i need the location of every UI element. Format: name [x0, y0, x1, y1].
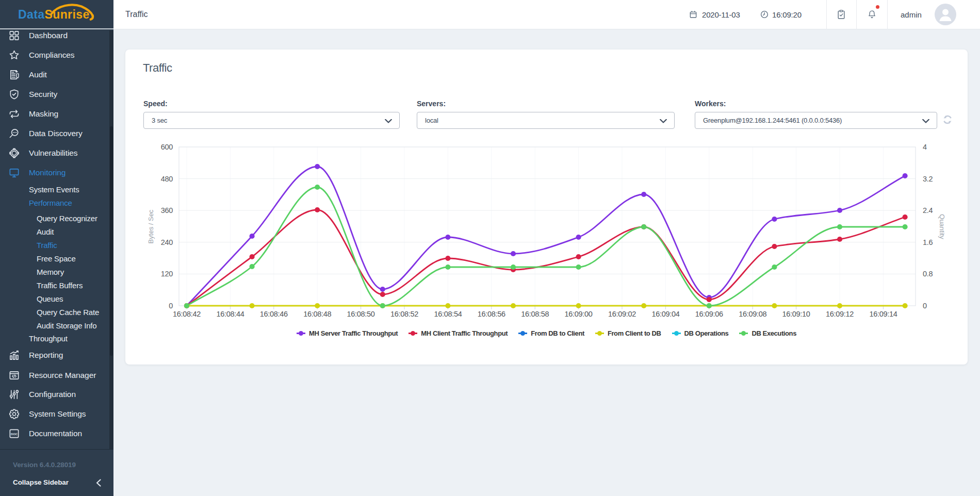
- svg-text:240: 240: [161, 238, 173, 246]
- svg-text:480: 480: [161, 175, 173, 183]
- svg-text:0.8: 0.8: [923, 270, 933, 278]
- svg-text:16:08:50: 16:08:50: [347, 310, 375, 318]
- svg-text:16:08:56: 16:08:56: [478, 310, 505, 318]
- svg-text:600: 600: [161, 143, 173, 151]
- svg-text:Quantity: Quantity: [938, 214, 946, 239]
- svg-text:16:09:12: 16:09:12: [826, 310, 854, 318]
- svg-text:16:09:00: 16:09:00: [565, 310, 593, 318]
- svg-text:16:08:52: 16:08:52: [390, 310, 418, 318]
- svg-text:16:08:48: 16:08:48: [303, 310, 331, 318]
- svg-text:16:09:14: 16:09:14: [869, 310, 897, 318]
- svg-text:4: 4: [923, 143, 927, 151]
- svg-text:0: 0: [169, 302, 173, 310]
- svg-text:0: 0: [923, 302, 927, 310]
- svg-text:16:08:58: 16:08:58: [521, 310, 549, 318]
- svg-text:16:09:08: 16:09:08: [739, 310, 766, 318]
- svg-text:16:09:10: 16:09:10: [782, 310, 810, 318]
- svg-text:2.4: 2.4: [923, 206, 933, 214]
- svg-text:DOC: DOC: [11, 433, 18, 436]
- svg-text:16:08:54: 16:08:54: [434, 310, 462, 318]
- svg-text:3.2: 3.2: [923, 175, 933, 183]
- svg-text:16:09:02: 16:09:02: [608, 310, 636, 318]
- svg-text:360: 360: [161, 206, 173, 214]
- svg-text:16:08:42: 16:08:42: [173, 310, 201, 318]
- svg-text:16:08:44: 16:08:44: [216, 310, 244, 318]
- svg-text:1.6: 1.6: [923, 238, 933, 246]
- svg-text:16:09:06: 16:09:06: [695, 310, 723, 318]
- svg-text:120: 120: [161, 270, 173, 278]
- svg-text:16:09:04: 16:09:04: [651, 310, 679, 318]
- svg-text:16:08:46: 16:08:46: [260, 310, 288, 318]
- svg-text:Bytes / Sec: Bytes / Sec: [147, 209, 155, 243]
